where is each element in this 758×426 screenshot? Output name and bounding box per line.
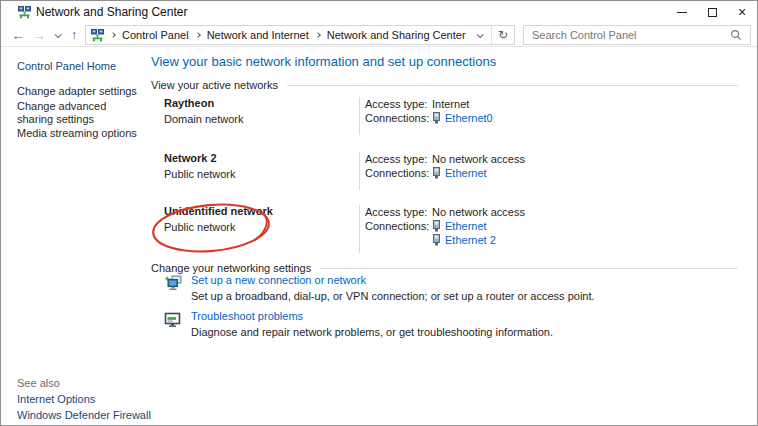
setup-new-connection-link[interactable]: Set up a new connection or network	[191, 274, 595, 286]
maximize-icon	[708, 8, 717, 17]
troubleshoot-problems-link[interactable]: Troubleshoot problems	[191, 310, 553, 322]
close-icon: ×	[738, 5, 746, 19]
address-bar-buttons: ↻	[468, 26, 514, 44]
back-icon: ←	[12, 28, 25, 43]
forward-button[interactable]: →	[29, 23, 49, 47]
task-text: Set up a new connection or network Set u…	[191, 274, 595, 302]
back-button[interactable]: ←	[7, 23, 29, 47]
connection-link-ethernet0[interactable]: Ethernet0	[445, 111, 493, 125]
sidebar-item-change-advanced-sharing-settings[interactable]: Change advanced sharing settings	[17, 100, 141, 126]
task-item-new-connection: Set up a new connection or network Set u…	[151, 274, 738, 302]
title-bar: Network and Sharing Center ×	[1, 1, 757, 23]
breadcrumb-control-panel[interactable]: Control Panel	[122, 29, 189, 41]
task-item-troubleshoot: Troubleshoot problems Diagnose and repai…	[151, 310, 738, 338]
minimize-icon	[677, 12, 687, 13]
refresh-button[interactable]: ↻	[491, 26, 514, 44]
network-type: Public network	[164, 221, 359, 233]
ethernet-icon	[432, 167, 441, 179]
breadcrumb-separator-icon	[110, 32, 116, 38]
access-type-value: No network access	[432, 205, 525, 219]
network-identity: Unidentified network Public network	[151, 205, 359, 253]
sidebar-item-control-panel-home[interactable]: Control Panel Home	[17, 60, 116, 72]
network-identity: Network 2 Public network	[151, 152, 359, 190]
see-also-label: See also	[17, 377, 60, 389]
troubleshoot-problems-description: Diagnose and repair network problems, or…	[191, 326, 553, 338]
connections-label: Connections:	[365, 166, 432, 180]
breadcrumb-separator-icon	[315, 32, 321, 38]
new-connection-icon	[164, 275, 182, 293]
sidebar-item-windows-defender-firewall[interactable]: Windows Defender Firewall	[17, 409, 151, 421]
ethernet-icon	[432, 112, 441, 124]
access-type-label: Access type:	[365, 97, 432, 111]
app-icon	[18, 6, 31, 19]
network-type: Domain network	[164, 113, 359, 125]
maximize-button[interactable]	[697, 1, 727, 23]
connections-label: Connections:	[365, 111, 432, 125]
section-rule	[320, 268, 738, 269]
chevron-down-icon	[54, 31, 61, 38]
sidebar-item-media-streaming-options[interactable]: Media streaming options	[17, 127, 137, 139]
breadcrumb-separator-icon	[195, 32, 201, 38]
connection-link-ethernet-2[interactable]: Ethernet 2	[445, 233, 496, 247]
network-details: Access type: No network access Connectio…	[359, 152, 738, 190]
up-icon: ↑	[71, 28, 77, 42]
network-details: Access type: Internet Connections: Ether…	[359, 97, 738, 135]
search-box	[523, 25, 751, 45]
address-app-icon	[91, 29, 104, 42]
section-rule	[287, 85, 738, 86]
sidebar-item-internet-options[interactable]: Internet Options	[17, 393, 95, 405]
network-name: Raytheon	[164, 97, 359, 109]
access-type-label: Access type:	[365, 152, 432, 166]
ethernet-icon	[432, 234, 441, 246]
close-button[interactable]: ×	[727, 1, 757, 23]
breadcrumb-network-and-internet[interactable]: Network and Internet	[207, 29, 309, 41]
network-identity: Raytheon Domain network	[151, 97, 359, 135]
ethernet-icon	[432, 220, 441, 232]
address-dropdown-button[interactable]	[468, 26, 491, 44]
refresh-icon: ↻	[498, 28, 508, 42]
network-row-unidentified: Unidentified network Public network Acce…	[151, 205, 738, 253]
address-bar[interactable]: Control Panel Network and Internet Netwo…	[85, 25, 515, 45]
recent-locations-button[interactable]	[49, 23, 65, 47]
access-type-value: Internet	[432, 97, 469, 111]
setup-new-connection-description: Set up a broadband, dial-up, or VPN conn…	[191, 290, 595, 302]
connection-link-ethernet[interactable]: Ethernet	[445, 219, 487, 233]
access-type-value: No network access	[432, 152, 525, 166]
network-row-raytheon: Raytheon Domain network Access type: Int…	[151, 97, 738, 135]
connection-link-ethernet[interactable]: Ethernet	[445, 166, 487, 180]
network-type: Public network	[164, 168, 359, 180]
network-details: Access type: No network access Connectio…	[359, 205, 738, 253]
chevron-down-icon	[477, 31, 484, 38]
network-name: Unidentified network	[164, 205, 359, 217]
active-networks-section-header: View your active networks	[151, 79, 738, 91]
search-icon	[730, 29, 742, 41]
window-controls: ×	[667, 1, 757, 23]
network-row-network-2: Network 2 Public network Access type: No…	[151, 152, 738, 190]
connections-label: Connections:	[365, 219, 432, 233]
sidebar-item-change-adapter-settings[interactable]: Change adapter settings	[17, 85, 137, 97]
access-type-label: Access type:	[365, 205, 432, 219]
search-input[interactable]	[524, 29, 730, 41]
window-title: Network and Sharing Center	[36, 5, 187, 19]
task-text: Troubleshoot problems Diagnose and repai…	[191, 310, 553, 338]
forward-icon: →	[33, 28, 46, 43]
active-networks-label: View your active networks	[151, 79, 278, 91]
breadcrumb-network-sharing-center[interactable]: Network and Sharing Center	[327, 29, 466, 41]
network-sharing-center-window: Network and Sharing Center × ← → ↑ Con	[0, 0, 758, 426]
up-button[interactable]: ↑	[65, 23, 83, 47]
troubleshoot-icon	[164, 311, 182, 329]
settings-section-header: Change your networking settings	[151, 262, 738, 274]
minimize-button[interactable]	[667, 1, 697, 23]
settings-section-label: Change your networking settings	[151, 262, 311, 274]
page-title: View your basic network information and …	[151, 54, 496, 69]
network-name: Network 2	[164, 152, 359, 164]
address-toolbar: ← → ↑ Control Panel Network and Internet…	[1, 23, 757, 47]
